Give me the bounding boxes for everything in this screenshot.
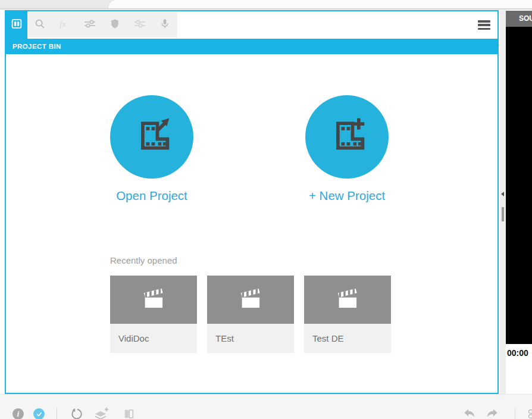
panel-gutter <box>500 10 506 394</box>
gutter-drag-handle[interactable] <box>502 207 504 221</box>
open-project-button[interactable] <box>110 95 193 179</box>
project-name: Test DE <box>304 324 391 353</box>
project-bin-icon <box>10 17 23 33</box>
open-project-label[interactable]: Open Project <box>98 189 205 203</box>
equalizer-icon <box>133 17 147 33</box>
panel-title: PROJECT BIN <box>6 39 497 54</box>
project-thumbnail <box>304 276 391 324</box>
top-toolbar: fx <box>6 11 497 39</box>
shield-icon <box>109 18 121 32</box>
project-card[interactable]: Test DE <box>304 276 391 353</box>
recent-projects-row: VidiDoc <box>110 276 391 353</box>
apply-check-icon[interactable] <box>33 408 45 419</box>
browser-strip-divider <box>0 8 532 10</box>
project-bin-panel: fx <box>5 10 499 394</box>
film-open-icon <box>132 115 172 158</box>
reset-icon[interactable] <box>70 407 83 419</box>
voiceover-button[interactable] <box>152 12 177 37</box>
redo-icon[interactable] <box>486 408 499 419</box>
add-layer-icon[interactable] <box>93 406 109 419</box>
project-bin-content: Open Project + New Project <box>6 54 497 393</box>
toolbar-divider <box>515 408 515 419</box>
undo-icon[interactable] <box>463 408 475 419</box>
svg-text:fx: fx <box>60 19 66 29</box>
project-thumbnail <box>207 276 294 324</box>
project-thumbnail <box>110 276 197 324</box>
clapperboard-icon <box>136 285 171 315</box>
hamburger-menu-icon[interactable] <box>478 20 490 30</box>
info-icon[interactable]: i <box>12 408 24 419</box>
clipped-toolbar-content <box>528 409 532 419</box>
microphone-icon <box>158 17 171 33</box>
app-window: fx <box>0 0 532 419</box>
storyboard-icon[interactable] <box>122 407 136 419</box>
collapse-panel-icon[interactable] <box>501 192 504 196</box>
fx-effects-icon: fx <box>58 17 72 33</box>
protect-button[interactable] <box>102 12 127 37</box>
effects-button[interactable]: fx <box>52 12 77 37</box>
recently-opened-title: Recently opened <box>110 255 177 265</box>
film-plus-icon <box>327 115 367 158</box>
search-icon <box>33 17 46 33</box>
project-name: VidiDoc <box>110 324 197 353</box>
sliders-icon <box>83 17 97 33</box>
tab-project-bin[interactable] <box>6 11 27 39</box>
new-project-label[interactable]: + New Project <box>293 189 400 203</box>
source-timecode: 00:00 <box>507 348 528 358</box>
source-panel: SOU 00:00 <box>506 10 532 394</box>
source-video-viewport[interactable] <box>506 27 532 344</box>
search-button[interactable] <box>27 12 52 37</box>
project-card[interactable]: TEst <box>207 276 294 353</box>
clapperboard-icon <box>330 285 365 315</box>
adjust-button[interactable] <box>77 12 102 37</box>
project-name: TEst <box>207 324 294 353</box>
toolbar-icon-group: fx <box>27 12 177 37</box>
browser-tab[interactable] <box>108 0 532 8</box>
bottom-toolbar: i <box>0 394 532 419</box>
source-panel-title: SOU <box>506 11 532 27</box>
equalizer-button[interactable] <box>127 12 152 37</box>
toolbar-divider <box>57 408 57 419</box>
clapperboard-icon <box>233 285 268 315</box>
project-card[interactable]: VidiDoc <box>110 276 197 353</box>
new-project-button[interactable] <box>305 95 389 179</box>
